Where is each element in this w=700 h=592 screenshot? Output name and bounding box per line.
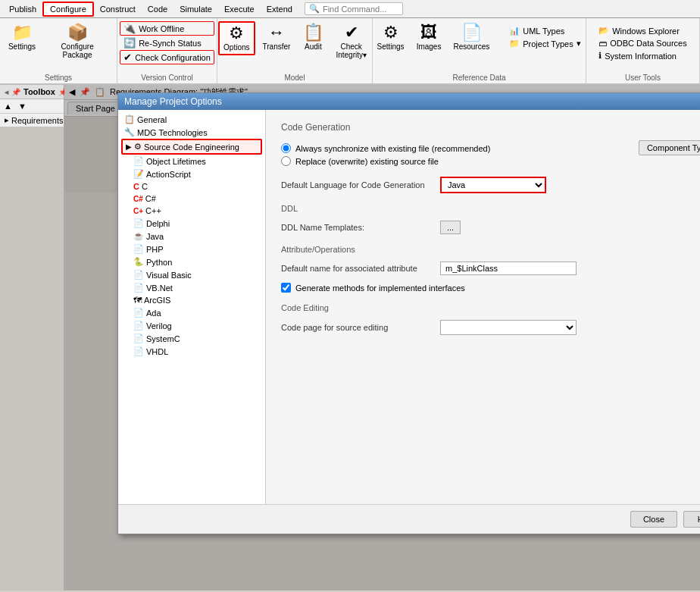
sce-icon: ⚙ — [134, 142, 142, 152]
menu-simulate[interactable]: Simulate — [173, 3, 218, 15]
ribbon-btn-configure-package[interactable]: 📦 Configure Package — [42, 21, 112, 62]
settings-group-label: Settings — [45, 74, 72, 82]
transfer-icon: ↔ — [268, 24, 285, 41]
menu-code[interactable]: Code — [142, 3, 173, 15]
close-btn[interactable]: Close — [630, 511, 677, 528]
radio-sync-item: Always synchronize with existing file (r… — [281, 143, 490, 153]
radio-replace-item: Replace (overwrite) existing source file — [281, 156, 490, 166]
toolbox-up-icon[interactable]: ▲ — [2, 101, 14, 111]
arcgis-icon: 🗺 — [133, 296, 142, 305]
toolbox-header: ◂ 📌 Toolbox 📌 ✕ — [0, 85, 64, 99]
code-page-dropdown[interactable] — [440, 320, 577, 335]
help-btn[interactable]: Help — [683, 511, 700, 528]
menu-publish[interactable]: Publish — [3, 3, 42, 15]
gen-methods-checkbox[interactable] — [281, 283, 291, 293]
tree-item-php[interactable]: 📄 PHP — [121, 243, 262, 255]
ddl-dots-btn[interactable]: ... — [440, 221, 461, 234]
tree-item-csharp[interactable]: C# C# — [121, 193, 262, 205]
ribbon-group-user-tools: 📂 Windows Explorer 🗃 ODBC Data Sources ℹ… — [586, 18, 700, 83]
default-lang-dropdown[interactable]: Java C C# C++ Delphi PHP Python Visual B… — [440, 177, 546, 193]
tree-item-cpp[interactable]: C+ C++ — [121, 205, 262, 217]
toolbox-down-icon[interactable]: ▼ — [16, 101, 29, 111]
default-name-input[interactable] — [440, 262, 577, 275]
settings-icon: 📁 — [12, 24, 33, 41]
tree-item-systemc[interactable]: 📄 SystemC — [121, 332, 262, 345]
ribbon-btn-odbc[interactable]: 🗃 ODBC Data Sources — [595, 37, 690, 49]
menu-construct[interactable]: Construct — [94, 3, 142, 15]
menu-configure[interactable]: Configure — [42, 2, 94, 17]
dialog-right-panel: Code Generation Always synchronize with … — [266, 110, 700, 504]
user-tools-col: 📂 Windows Explorer 🗃 ODBC Data Sources ℹ… — [593, 21, 692, 65]
ribbon-btn-settings[interactable]: 📁 Settings — [5, 21, 39, 54]
code-page-select[interactable] — [441, 321, 576, 334]
radio-sync[interactable] — [281, 143, 291, 153]
ribbon-btn-audit[interactable]: 📋 Audit — [298, 21, 328, 54]
dialog-tree: 📋 General 🔧 MDG Technologies ▶ ⚙ Source … — [118, 110, 266, 504]
ribbon-btn-re-synch[interactable]: 🔄 Re-Synch Status — [120, 36, 214, 50]
ribbon-btn-options[interactable]: ⚙ Options — [218, 21, 255, 55]
ribbon-btn-settings2[interactable]: ⚙ Settings — [372, 21, 408, 54]
tree-item-java[interactable]: ☕ Java — [121, 230, 262, 243]
ribbon-group-model: ⚙ Options ↔ Transfer 📋 Audit ✔ CheckInte… — [217, 18, 373, 83]
images-icon: 🖼 — [420, 24, 437, 41]
general-icon: 📋 — [124, 114, 135, 124]
tree-item-general[interactable]: 📋 General — [121, 113, 262, 126]
ribbon-btn-images[interactable]: 🖼 Images — [412, 21, 446, 54]
menu-extend[interactable]: Extend — [261, 3, 298, 15]
tree-item-object-lifetimes[interactable]: 📄 Object Lifetimes — [121, 155, 262, 168]
tree-item-python[interactable]: 🐍 Python — [121, 255, 262, 268]
tree-item-c[interactable]: C C — [121, 180, 262, 193]
ribbon-group-version-control: 🔌 Work Offline 🔄 Re-Synch Status ✔ Check… — [117, 18, 217, 83]
vhdl-icon: 📄 — [133, 346, 144, 356]
project-types-arrow: ▾ — [577, 39, 581, 49]
ribbon-btn-check-config[interactable]: ✔ Check Configuration — [120, 50, 214, 64]
radio-replace[interactable] — [281, 156, 291, 166]
ribbon-btn-uml-types[interactable]: 📊 UML Types — [505, 24, 568, 37]
tree-item-vbnet[interactable]: 📄 VB.Net — [121, 281, 262, 294]
toolbox-requirements[interactable]: ▸ Requirements — [0, 114, 64, 127]
tree-item-delphi[interactable]: 📄 Delphi — [121, 217, 262, 230]
code-editing-section: Code Editing — [281, 303, 700, 312]
ribbon-btn-transfer[interactable]: ↔ Transfer — [258, 21, 295, 54]
menu-execute[interactable]: Execute — [218, 3, 261, 15]
python-icon: 🐍 — [133, 257, 144, 267]
tree-item-ada[interactable]: 📄 Ada — [121, 306, 262, 319]
tree-item-verilog[interactable]: 📄 Verilog — [121, 319, 262, 332]
tree-item-mdg[interactable]: 🔧 MDG Technologies — [121, 126, 262, 139]
tree-item-actionscript[interactable]: 📝 ActionScript — [121, 168, 262, 180]
component-types-btn[interactable]: Component Types — [639, 140, 700, 155]
radio-sync-label: Always synchronize with existing file (r… — [295, 144, 490, 153]
vb-icon: 📄 — [133, 270, 144, 280]
ddl-section: DDL — [281, 204, 700, 213]
vc-group-label: Version Control — [141, 74, 192, 82]
ribbon-btn-project-types[interactable]: 📁 Project Types ▾ — [505, 37, 584, 50]
odbc-icon: 🗃 — [598, 39, 607, 48]
tree-item-arcgis[interactable]: 🗺 ArcGIS — [121, 294, 262, 306]
mdg-icon: 🔧 — [124, 127, 135, 137]
tree-item-source-code-eng[interactable]: ▶ ⚙ Source Code Engineering — [121, 139, 262, 155]
vc-group-content: 🔌 Work Offline 🔄 Re-Synch Status ✔ Check… — [120, 21, 214, 70]
default-lang-select[interactable]: Java C C# C++ Delphi PHP Python Visual B… — [442, 178, 545, 192]
ribbon-btn-windows-explorer[interactable]: 📂 Windows Explorer — [595, 24, 683, 37]
search-input[interactable] — [323, 5, 398, 14]
tree-expand-sce[interactable]: ▶ — [126, 143, 132, 151]
resources-icon: 📄 — [461, 24, 482, 41]
tree-item-vhdl[interactable]: 📄 VHDL — [121, 345, 262, 358]
toolbox-title: Toolbox — [23, 87, 55, 96]
php-icon: 📄 — [133, 244, 144, 254]
ribbon-btn-work-offline[interactable]: 🔌 Work Offline — [120, 21, 214, 36]
tree-item-vb[interactable]: 📄 Visual Basic — [121, 268, 262, 281]
modal-overlay: Manage Project Options ✕ 📋 General 🔧 MDG… — [64, 85, 700, 590]
ref-split-col: 📊 UML Types 📁 Project Types ▾ — [504, 21, 586, 53]
ribbon-group-settings: 📁 Settings 📦 Configure Package Settings — [0, 18, 117, 83]
gen-methods-row: Generate methods for implemented interfa… — [281, 283, 700, 293]
ol-icon: 📄 — [133, 156, 144, 166]
ribbon-btn-system-info[interactable]: ℹ System Information — [595, 49, 680, 62]
pin-icon-left[interactable]: ◂ — [5, 88, 8, 96]
configure-pkg-icon: 📦 — [67, 24, 88, 41]
pin-icon-left2[interactable]: 📌 — [11, 88, 20, 96]
ada-icon: 📄 — [133, 308, 144, 318]
ribbon-btn-check-integrity[interactable]: ✔ CheckIntegrity▾ — [331, 21, 371, 62]
verilog-icon: 📄 — [133, 321, 144, 330]
ribbon-btn-resources[interactable]: 📄 Resources — [448, 21, 494, 54]
